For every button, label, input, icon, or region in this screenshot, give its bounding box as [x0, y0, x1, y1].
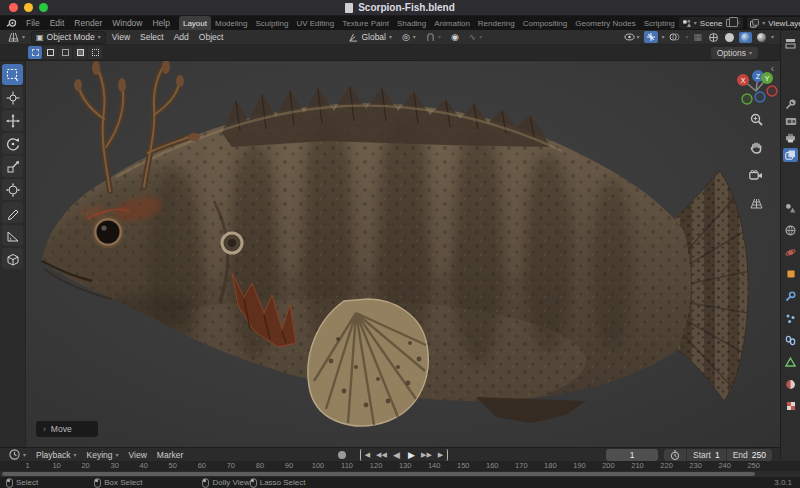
ruler-frame-label[interactable]: 210	[623, 461, 652, 471]
proportional-falloff-selector[interactable]: ∿▾	[465, 31, 487, 44]
select-menu[interactable]: Select	[136, 31, 168, 44]
ruler-frame-label[interactable]: 110	[333, 461, 362, 471]
scene-selector[interactable]: ▾ Scene ×	[679, 17, 743, 29]
operator-panel[interactable]: › Move	[36, 421, 98, 437]
gizmo-neg-x-axis[interactable]	[767, 86, 777, 96]
tab-view-layer-properties[interactable]	[783, 148, 798, 162]
ruler-frame-label[interactable]: 130	[391, 461, 420, 471]
shading-rendered-button[interactable]	[755, 32, 768, 43]
workspace-tab[interactable]: Sculpting	[251, 16, 292, 30]
tab-object-data-properties[interactable]	[783, 355, 798, 369]
select-mode-set[interactable]	[28, 46, 42, 59]
properties-editor-selector[interactable]	[783, 36, 798, 50]
tab-constraint-properties[interactable]	[783, 333, 798, 347]
ruler-frame-label[interactable]: 40	[129, 461, 158, 471]
ruler-frame-label[interactable]: 150	[449, 461, 478, 471]
workspace-tab[interactable]: Layout	[179, 16, 211, 30]
workspace-tab[interactable]: Compositing	[519, 16, 571, 30]
ruler-frame-label[interactable]: 220	[652, 461, 681, 471]
ruler-frame-label[interactable]: 140	[420, 461, 449, 471]
editor-type-selector[interactable]: ▾	[4, 31, 29, 44]
sidebar-collapse-arrow[interactable]: ‹	[771, 63, 774, 74]
topbar-menu[interactable]: File	[21, 16, 45, 30]
tool-add-cube[interactable]	[2, 248, 23, 269]
ruler-frame-label[interactable]: 1	[13, 461, 42, 471]
options-dropdown[interactable]: Options ▾	[711, 47, 758, 59]
zoom-view-button[interactable]	[748, 111, 764, 127]
xray-toggle[interactable]: ▦	[691, 31, 704, 43]
show-overlays-toggle[interactable]	[667, 31, 682, 43]
ruler-frame-label[interactable]: 30	[100, 461, 129, 471]
viewport-canvas[interactable]: X Z Y ‹ › Mo	[0, 61, 800, 447]
tool-scale[interactable]	[2, 156, 23, 177]
tab-particle-properties[interactable]	[783, 311, 798, 325]
tab-physics-properties[interactable]	[783, 245, 798, 259]
workspace-tab[interactable]: Rendering	[474, 16, 519, 30]
tab-texture-properties[interactable]	[783, 399, 798, 413]
play-button[interactable]: ▶	[405, 449, 418, 461]
shading-material-preview-button[interactable]	[739, 32, 752, 43]
keying-menu[interactable]: Keying▾	[82, 450, 124, 460]
timeline-editor-selector[interactable]: ▾	[4, 449, 31, 460]
workspace-tab[interactable]: Animation	[430, 16, 474, 30]
proportional-editing-toggle[interactable]: ◉	[447, 31, 463, 44]
ruler-frame-label[interactable]: 180	[536, 461, 565, 471]
ruler-frame-label[interactable]: 90	[274, 461, 303, 471]
mode-selector[interactable]: ▣ Object Mode ▾	[31, 31, 106, 44]
topbar-menu[interactable]: Edit	[45, 16, 70, 30]
tool-transform[interactable]	[2, 179, 23, 200]
ruler-frame-label[interactable]: 120	[362, 461, 391, 471]
timeline-view-menu[interactable]: View	[124, 450, 152, 460]
jump-to-end-button[interactable]: ▶	[435, 449, 448, 461]
ruler-frame-label[interactable]: 170	[507, 461, 536, 471]
view-menu[interactable]: View	[108, 31, 134, 44]
timeline-scrollbar[interactable]	[0, 471, 800, 477]
workspace-tab[interactable]: Texture Paint	[338, 16, 393, 30]
playback-menu[interactable]: Playback▾	[31, 450, 82, 460]
ruler-frame-label[interactable]: 240	[710, 461, 739, 471]
next-keyframe-button[interactable]: ▶▶	[420, 449, 433, 461]
tool-move[interactable]	[2, 110, 23, 131]
tab-tool-properties[interactable]	[783, 97, 798, 111]
ruler-frame-label[interactable]: 70	[216, 461, 245, 471]
tool-annotate[interactable]	[2, 202, 23, 223]
select-mode-invert[interactable]	[73, 46, 87, 59]
pan-view-button[interactable]	[748, 139, 764, 155]
ruler-frame-label[interactable]: 200	[594, 461, 623, 471]
zoom-window-button[interactable]	[39, 3, 48, 12]
object-menu[interactable]: Object	[195, 31, 228, 44]
pivot-point-selector[interactable]: ◎▾	[398, 31, 420, 44]
ruler-frame-label[interactable]: 100	[303, 461, 332, 471]
marker-menu[interactable]: Marker	[152, 450, 188, 460]
auto-keying-button[interactable]	[335, 449, 348, 461]
camera-view-button[interactable]	[748, 167, 764, 183]
ruler-frame-label[interactable]: 20	[71, 461, 100, 471]
topbar-menu[interactable]: Render	[69, 16, 107, 30]
tab-scene-properties[interactable]	[783, 201, 798, 215]
perspective-toggle-button[interactable]	[748, 195, 764, 211]
workspace-tab[interactable]: UV Editing	[292, 16, 338, 30]
ruler-frame-label[interactable]: 250	[739, 461, 768, 471]
ruler-frame-label[interactable]: 80	[245, 461, 274, 471]
gizmo-neg-z-axis[interactable]	[755, 92, 765, 102]
timeline-ruler[interactable]: 1102030405060708090100110120130140150160…	[0, 461, 800, 471]
tab-object-properties[interactable]	[783, 267, 798, 281]
tool-measure[interactable]	[2, 225, 23, 246]
ruler-frame-label[interactable]: 230	[681, 461, 710, 471]
tab-render-properties[interactable]	[783, 114, 798, 128]
view-layer-selector[interactable]: ▾ ViewLayer ×	[747, 17, 800, 29]
new-scene-icon[interactable]	[726, 19, 733, 27]
select-mode-intersect[interactable]	[88, 46, 102, 59]
topbar-menu[interactable]: Help	[147, 16, 174, 30]
ruler-frame-label[interactable]: 160	[478, 461, 507, 471]
end-frame-field[interactable]: End250	[726, 449, 772, 461]
tab-material-properties[interactable]	[783, 377, 798, 391]
previous-keyframe-button[interactable]: ◀◀	[375, 449, 388, 461]
tab-modifier-properties[interactable]	[783, 289, 798, 303]
visibility-dropdown[interactable]: ▾	[622, 32, 641, 42]
tool-select-box[interactable]	[2, 64, 23, 85]
shading-wireframe-button[interactable]	[707, 32, 720, 43]
add-menu[interactable]: Add	[170, 31, 193, 44]
topbar-menu[interactable]: Window	[107, 16, 147, 30]
start-frame-field[interactable]: Start1	[686, 449, 726, 461]
